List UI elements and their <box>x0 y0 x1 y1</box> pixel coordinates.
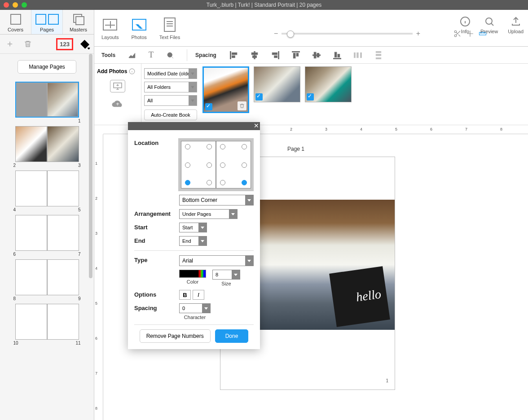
arrangement-select[interactable]: Under Pages <box>179 209 238 219</box>
align-right-icon[interactable] <box>271 51 279 59</box>
page-spread-thumb[interactable]: 1011 <box>5 304 88 346</box>
size-sublabel: Size <box>212 281 240 286</box>
svg-rect-28 <box>376 54 381 55</box>
search-icon <box>484 16 495 27</box>
svg-rect-20 <box>317 53 319 57</box>
check-icon <box>307 93 314 101</box>
cover-icon <box>10 14 21 25</box>
filter-select[interactable]: All <box>144 95 197 106</box>
text-tool-icon[interactable]: T <box>149 50 154 60</box>
distribute-h-icon[interactable] <box>354 51 362 59</box>
page-spread-thumb[interactable]: 23 <box>5 126 88 168</box>
page-spread-thumb[interactable]: 67 <box>5 215 88 257</box>
delete-page-button[interactable] <box>21 37 35 51</box>
minimize-window-button[interactable] <box>13 2 18 8</box>
remove-page-numbers-button[interactable]: Remove Page Numbers <box>140 329 211 343</box>
loc-right-top-inner[interactable] <box>220 144 225 149</box>
align-top-icon[interactable] <box>292 51 300 59</box>
loc-right-mid-outer[interactable] <box>242 162 247 168</box>
end-label: End <box>134 236 179 244</box>
delete-photo-button[interactable] <box>238 101 246 110</box>
add-page-button[interactable] <box>3 37 17 51</box>
tab-masters[interactable]: Masters <box>63 10 94 34</box>
close-window-button[interactable] <box>4 2 9 8</box>
align-center-h-icon[interactable] <box>251 51 259 59</box>
maximize-window-button[interactable] <box>22 2 27 8</box>
photo-thumbnail[interactable] <box>202 66 249 113</box>
end-select[interactable]: End <box>179 236 207 246</box>
photo-thumbnail[interactable] <box>254 66 300 102</box>
svg-point-1 <box>454 35 457 37</box>
font-value: Arial <box>182 258 193 264</box>
loc-right-bottom-inner[interactable] <box>220 180 225 185</box>
sort-select[interactable]: Modified Date (oldest first) <box>144 68 197 79</box>
align-bottom-icon[interactable] <box>333 51 341 59</box>
loc-right-bottom-outer[interactable] <box>242 180 247 185</box>
minus-icon: − <box>274 30 278 38</box>
page-spread-thumb[interactable]: 45 <box>5 171 88 212</box>
check-icon <box>205 103 212 110</box>
start-label: Start <box>134 223 179 231</box>
font-select[interactable]: Arial <box>179 255 254 266</box>
textfiles-label: Text Files <box>159 35 180 40</box>
tab-pages[interactable]: Pages <box>31 10 63 34</box>
spacing-input[interactable]: 0 <box>179 303 211 313</box>
color-swatch[interactable] <box>179 270 206 278</box>
location-select-value: Bottom Corner <box>182 197 217 203</box>
photos-icon <box>132 19 146 31</box>
photos-button[interactable]: Photos <box>132 17 147 40</box>
align-left-icon[interactable] <box>230 51 238 59</box>
location-select[interactable]: Bottom Corner <box>179 195 254 206</box>
loc-left-top-inner[interactable] <box>207 144 212 149</box>
image-tool-icon[interactable] <box>128 51 136 59</box>
loc-left-top-outer[interactable] <box>185 144 190 149</box>
size-select[interactable]: 8 <box>212 270 240 280</box>
page-numbers-button[interactable]: 123 <box>56 38 73 50</box>
italic-button[interactable]: I <box>193 290 204 300</box>
loc-left-bottom-outer[interactable] <box>185 180 190 185</box>
distribute-v-icon[interactable] <box>374 51 383 59</box>
close-dialog-button[interactable]: ✕ <box>254 122 259 129</box>
tab-covers-label: Covers <box>8 27 23 32</box>
start-select[interactable]: Start <box>179 223 207 232</box>
page-indicator: Page 1 <box>287 146 304 152</box>
preview-label: Preview <box>480 29 498 34</box>
align-middle-icon[interactable] <box>312 51 321 59</box>
info-button[interactable]: Info <box>460 16 471 34</box>
paint-bucket-button[interactable] <box>77 37 91 51</box>
loc-left-mid-inner[interactable] <box>207 162 212 168</box>
loc-right-mid-inner[interactable] <box>220 162 225 168</box>
manage-pages-button[interactable]: Manage Pages <box>18 60 76 74</box>
page-spread-thumb[interactable]: 89 <box>5 259 88 301</box>
auto-create-book-button[interactable]: Auto-Create Book <box>144 109 197 120</box>
info-small-icon[interactable] <box>129 68 135 74</box>
folders-select[interactable]: All Folders <box>144 82 197 92</box>
done-button[interactable]: Done <box>215 329 249 343</box>
preview-button[interactable]: Preview <box>480 16 498 34</box>
titlebar: Turk_.blurb | Turk! | Standard Portrait … <box>0 0 528 10</box>
layouts-button[interactable]: Layouts <box>101 17 119 40</box>
photo-thumbnail[interactable] <box>305 66 352 102</box>
add-from-cloud-button[interactable]: + <box>110 98 125 110</box>
add-from-computer-button[interactable] <box>110 80 125 92</box>
spacing-sublabel: Character <box>179 315 211 320</box>
info-icon <box>460 16 471 27</box>
upload-label: Upload <box>508 29 524 34</box>
add-photos-label: Add Photos <box>97 68 127 74</box>
end-value: End <box>182 238 191 244</box>
sidebar-scrollbar[interactable] <box>89 54 92 278</box>
upload-icon <box>510 16 521 27</box>
arrangement-value: Under Pages <box>182 211 211 217</box>
upload-button[interactable]: Upload <box>508 16 524 34</box>
zoom-slider[interactable]: − + <box>274 30 420 38</box>
bold-button[interactable]: B <box>179 290 191 300</box>
textfiles-button[interactable]: Text Files <box>159 17 180 40</box>
link-tool-icon[interactable] <box>166 51 174 59</box>
loc-left-mid-outer[interactable] <box>185 162 190 168</box>
page-spread-thumb[interactable]: 1 <box>5 82 88 123</box>
page-numbers-dialog: ✕ Location <box>128 122 260 349</box>
tab-covers[interactable]: Covers <box>0 10 31 34</box>
loc-right-top-outer[interactable] <box>242 144 247 149</box>
svg-rect-23 <box>338 54 340 57</box>
loc-left-bottom-inner[interactable] <box>207 180 212 185</box>
